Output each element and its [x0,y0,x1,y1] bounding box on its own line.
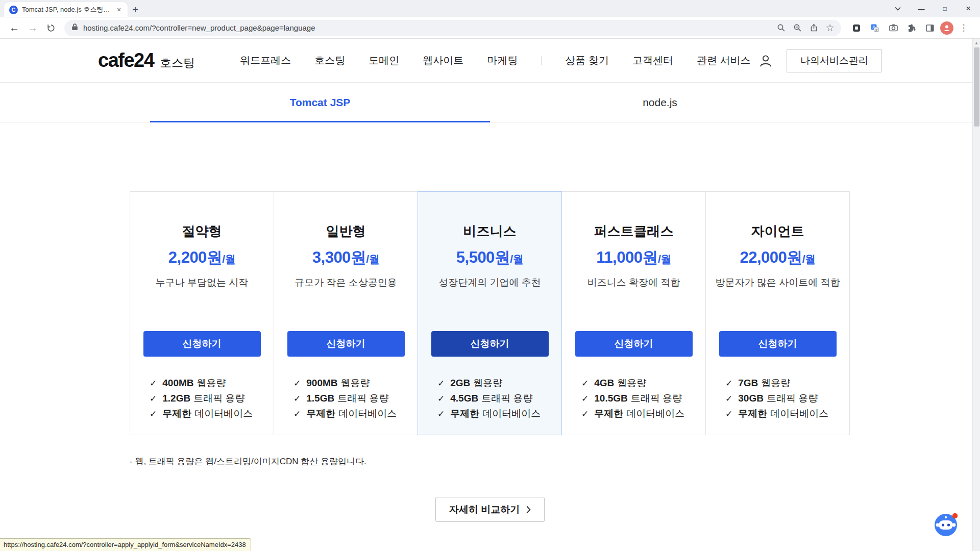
kebab-menu-icon[interactable]: ⋮ [955,20,972,36]
tab-favicon: C [9,6,18,14]
my-service-button[interactable]: 나의서비스관리 [787,49,882,72]
feature-item: ✓30GB트래픽 용량 [725,391,849,406]
scroll-up-arrow-icon[interactable]: ▲ [973,39,980,47]
url-text[interactable]: hosting.cafe24.com/?controller=new_produ… [83,23,773,32]
camera-icon[interactable] [885,20,901,36]
feature-label: 트래픽 용량 [193,392,244,405]
zoom-icon[interactable] [789,20,805,36]
browser-tab-strip: C Tomcat JSP, node.js 호스팅 | 를 × + — □ × [0,0,980,17]
nav-item-domain[interactable]: 도메인 [369,54,399,67]
plan-price: 2,200원/월 [130,247,274,268]
check-icon: ✓ [437,378,445,389]
check-icon: ✓ [293,409,301,419]
plan-price-amount: 2,200원 [168,248,223,266]
bookmark-star-icon[interactable]: ☆ [822,20,838,36]
plan-desc: 비즈니스 확장에 적합 [562,276,705,289]
nav-item-find-product[interactable]: 상품 찾기 [565,54,609,67]
plan-card-giant: 자이언트 22,000원/월 방문자가 많은 사이트에 적합 신청하기 ✓7GB… [705,191,850,435]
plan-price-per: /월 [222,253,235,265]
plan-price-amount: 5,500원 [456,248,510,266]
scrollbar-thumb[interactable] [974,47,979,127]
feature-item: ✓4.5GB트래픽 용량 [437,391,561,406]
plan-card-business: 비즈니스 5,500원/월 성장단계의 기업에 추천 신청하기 ✓2GB웹용량 … [418,191,562,435]
puzzle-icon[interactable] [903,20,920,36]
feature-item: ✓무제한데이터베이스 [725,406,849,421]
translate-icon[interactable]: A [867,20,883,36]
check-icon: ✓ [725,378,732,389]
tab-nodejs[interactable]: node.js [490,83,830,122]
nav-item-wordpress[interactable]: 워드프레스 [240,54,291,67]
feature-list: ✓2GB웹용량 ✓4.5GB트래픽 용량 ✓무제한데이터베이스 [418,375,561,421]
tab-tomcat-jsp[interactable]: Tomcat JSP [150,83,490,122]
check-icon: ✓ [293,378,301,389]
check-icon: ✓ [581,378,589,389]
window-controls: — □ × [886,0,980,17]
forward-button[interactable]: → [23,19,42,37]
plan-desc: 방문자가 많은 사이트에 적합 [706,276,849,289]
plan-price-per: /월 [658,253,671,265]
profile-avatar[interactable] [940,21,953,35]
nav-item-hosting[interactable]: 호스팅 [314,54,345,67]
check-icon: ✓ [293,393,301,404]
reload-button[interactable] [42,19,60,37]
feature-label: 웹용량 [197,377,226,390]
apply-button[interactable]: 신청하기 [719,331,837,357]
product-tabs: Tomcat JSP node.js [0,83,980,122]
vertical-scrollbar[interactable]: ▲ [972,39,980,551]
tab-title: Tomcat JSP, node.js 호스팅 | 를 [22,5,110,14]
search-icon[interactable] [773,20,789,36]
site-header: cafe24 호스팅 워드프레스 호스팅 도메인 웹사이트 마케팅 상품 찾기 … [0,39,980,83]
feature-item: ✓2GB웹용량 [437,375,561,391]
cafe24-logo[interactable]: cafe24 호스팅 [98,49,195,71]
plan-price: 22,000원/월 [706,247,849,268]
apply-button[interactable]: 신청하기 [575,331,693,357]
plan-price-per: /월 [510,253,523,265]
back-button[interactable]: ← [5,19,23,37]
check-icon: ✓ [150,409,157,419]
nav-item-marketing[interactable]: 마케팅 [487,54,518,67]
nav-item-website[interactable]: 웹사이트 [423,54,463,67]
feature-value: 7GB [738,378,758,389]
apply-button[interactable]: 신청하기 [143,331,261,357]
plan-price-per: /월 [366,253,379,265]
window-maximize-button[interactable]: □ [933,0,957,17]
window-minimize-button[interactable]: — [910,0,933,17]
check-icon: ✓ [725,393,732,404]
chevron-right-icon [526,506,531,514]
feature-value: 무제한 [594,407,623,420]
plan-price: 3,300원/월 [274,247,418,268]
user-icon[interactable] [758,53,773,68]
feature-item: ✓4GB웹용량 [581,375,705,391]
tab-search-chevron-icon[interactable] [886,0,910,17]
apply-button[interactable]: 신청하기 [287,331,405,357]
check-icon: ✓ [150,378,157,389]
feature-value: 1.5GB [306,393,334,404]
extension-icon[interactable] [848,20,865,36]
lock-icon [71,23,78,33]
nav-item-support[interactable]: 고객센터 [632,54,673,67]
window-close-button[interactable]: × [957,0,980,17]
feature-value: 무제한 [162,407,191,420]
feature-value: 무제한 [738,407,767,420]
compare-detail-button[interactable]: 자세히 비교하기 [435,497,545,522]
feature-item: ✓무제한데이터베이스 [150,406,274,421]
tab-close-icon[interactable]: × [114,5,124,14]
plan-name: 일반형 [274,222,418,240]
feature-item: ✓무제한데이터베이스 [437,406,561,421]
plan-price-amount: 11,000원 [596,248,658,266]
compare-detail-label: 자세히 비교하기 [449,503,520,516]
share-icon[interactable] [805,20,822,36]
chatbot-button[interactable] [933,511,960,538]
feature-item: ✓10.5GB트래픽 용량 [581,391,705,406]
side-panel-icon[interactable] [922,20,938,36]
plan-price: 11,000원/월 [562,247,705,268]
feature-label: 웹용량 [761,377,790,390]
apply-button[interactable]: 신청하기 [431,331,549,357]
new-tab-button[interactable]: + [128,2,143,17]
address-bar[interactable]: hosting.cafe24.com/?controller=new_produ… [64,20,841,36]
logo-suffix: 호스팅 [160,55,195,71]
check-icon: ✓ [581,409,589,419]
check-icon: ✓ [725,409,732,419]
nav-item-related-services[interactable]: 관련 서비스 [697,54,751,67]
browser-tab[interactable]: C Tomcat JSP, node.js 호스팅 | 를 × [4,2,128,17]
